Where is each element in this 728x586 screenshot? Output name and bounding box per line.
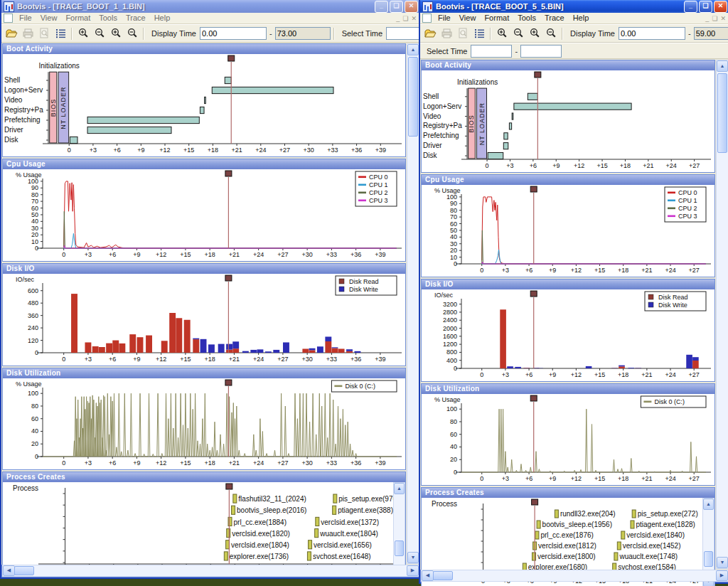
toolbar-separator: [562, 28, 563, 40]
scroll-thumb[interactable]: [704, 551, 713, 567]
zoom-in-sel-icon[interactable]: [527, 26, 542, 41]
menu-item-view[interactable]: View: [455, 13, 481, 23]
zoom-in-time-icon[interactable]: [75, 26, 91, 41]
print-icon[interactable]: [20, 26, 36, 41]
menu-item-file[interactable]: File: [15, 13, 36, 23]
svg-text:0: 0: [62, 356, 65, 363]
scroll-left-arrow-icon[interactable]: ◀: [3, 565, 15, 576]
mdi-close-button[interactable]: ✕: [411, 15, 417, 22]
time-slider-marker[interactable]: [225, 275, 232, 353]
maximize-button[interactable]: ❏: [390, 1, 403, 13]
svg-text:0: 0: [454, 469, 457, 476]
mdi-restore-button[interactable]: ❏: [712, 15, 717, 22]
scroll-down-arrow-icon[interactable]: ▼: [717, 557, 728, 568]
panel-body: 0+3+6+9+12+15+18+21+24+27+30+33+36+39012…: [3, 274, 405, 366]
print-icon[interactable]: [439, 26, 454, 41]
menu-item-tools[interactable]: Tools: [95, 13, 122, 23]
mdi-restore-button[interactable]: ❏: [402, 15, 408, 22]
title-bar[interactable]: Bootvis - [TRACE_BOOT_1_1.BIN]_❏✕: [1, 0, 420, 13]
display-time-to-input[interactable]: [694, 27, 728, 40]
menu-item-trace[interactable]: Trace: [122, 13, 150, 23]
mdi-minimize-button[interactable]: _: [396, 15, 400, 22]
svg-text:flashutil32_11_(2024): flashutil32_11_(2024): [238, 495, 306, 503]
scroll-thumb[interactable]: [717, 73, 727, 153]
menu-item-tools[interactable]: Tools: [513, 13, 540, 23]
window-horizontal-scrollbar[interactable]: ◀▶: [421, 570, 728, 582]
scroll-left-arrow-icon[interactable]: ◀: [422, 570, 434, 581]
time-slider-marker[interactable]: [228, 55, 235, 144]
zoom-in-sel-icon[interactable]: [108, 26, 124, 41]
svg-text:+24: +24: [253, 251, 264, 258]
title-bar[interactable]: Bootvis - [TRACE_BOOT_5_5.BIN]_❏✕: [420, 0, 728, 13]
scroll-up-arrow-icon[interactable]: ▲: [703, 499, 714, 510]
close-button[interactable]: ✕: [714, 1, 727, 13]
svg-text:CPU 1: CPU 1: [369, 181, 388, 188]
menu-item-view[interactable]: View: [36, 13, 62, 23]
scroll-thumb[interactable]: [395, 540, 404, 556]
zoom-out-time-icon[interactable]: [510, 26, 526, 41]
preview-icon[interactable]: [455, 26, 471, 41]
svg-text:+33: +33: [327, 146, 338, 154]
scroll-right-arrow-icon[interactable]: ▶: [716, 570, 728, 581]
scroll-thumb[interactable]: [408, 57, 418, 137]
scroll-down-arrow-icon[interactable]: ▼: [407, 552, 419, 563]
scroll-up-arrow-icon[interactable]: ▲: [394, 483, 405, 494]
zoom-out-sel-icon[interactable]: [543, 26, 559, 41]
menu-item-help[interactable]: Help: [569, 13, 594, 23]
menu-item-format[interactable]: Format: [61, 13, 95, 23]
scroll-right-arrow-icon[interactable]: ▶: [407, 565, 419, 576]
scroll-thumb[interactable]: [433, 571, 453, 580]
minimize-button[interactable]: _: [684, 1, 697, 13]
svg-text:+15: +15: [180, 459, 191, 467]
open-icon[interactable]: [422, 26, 438, 41]
svg-text:800: 800: [446, 348, 457, 356]
time-slider-marker[interactable]: [535, 72, 541, 159]
scroll-thumb[interactable]: [14, 566, 34, 575]
chart-gantt: 0+3+6+9+12+15+18+21+24+27Initializations…: [422, 70, 713, 170]
disk-read-bar: [85, 342, 91, 353]
zoom-out-sel-icon[interactable]: [124, 26, 140, 41]
svg-text:bootvis_sleep.e(1956): bootvis_sleep.e(1956): [542, 521, 612, 528]
select-time-from-input[interactable]: [471, 45, 512, 58]
details-icon[interactable]: [53, 26, 68, 41]
window-vertical-scrollbar[interactable]: ▲▼: [716, 60, 728, 569]
process-event-marker: [617, 542, 621, 550]
svg-text:+3: +3: [506, 162, 513, 169]
svg-text:0: 0: [480, 475, 483, 482]
svg-text:10: 10: [450, 254, 457, 261]
preview-icon[interactable]: [36, 26, 52, 41]
scroll-up-arrow-icon[interactable]: ▲: [717, 60, 728, 72]
svg-text:100: 100: [446, 193, 457, 201]
open-icon[interactable]: [4, 26, 19, 41]
time-slider-marker[interactable]: [225, 171, 232, 248]
menu-item-trace[interactable]: Trace: [540, 13, 569, 23]
window-vertical-scrollbar[interactable]: ▲▼: [407, 43, 419, 564]
zoom-out-time-icon[interactable]: [92, 26, 107, 41]
time-slider-marker[interactable]: [530, 186, 537, 264]
svg-text:+12: +12: [156, 356, 166, 363]
display-time-from-input[interactable]: [619, 27, 685, 40]
maximize-button[interactable]: ❏: [699, 1, 712, 13]
menu-item-help[interactable]: Help: [150, 13, 175, 23]
disk-read-bar: [169, 313, 176, 353]
scroll-up-arrow-icon[interactable]: ▲: [407, 44, 419, 55]
svg-text:+33: +33: [326, 251, 337, 258]
panel-vertical-scrollbar[interactable]: ▲▼: [393, 482, 405, 577]
mdi-minimize-button[interactable]: _: [705, 15, 709, 22]
display-time-from-input[interactable]: [200, 27, 267, 40]
time-slider-marker[interactable]: [530, 291, 537, 368]
svg-text:Registry+Pa: Registry+Pa: [423, 122, 462, 129]
zoom-in-time-icon[interactable]: [494, 26, 510, 41]
select-time-to-input[interactable]: [520, 45, 562, 58]
menu-item-file[interactable]: File: [434, 13, 455, 23]
disk-write-bar: [686, 355, 692, 368]
svg-text:+6: +6: [113, 146, 120, 154]
display-time-to-input[interactable]: [275, 27, 331, 40]
mdi-close-button[interactable]: ✕: [720, 15, 726, 22]
window-horizontal-scrollbar[interactable]: ◀▶: [2, 565, 419, 577]
minimize-button[interactable]: _: [375, 1, 388, 13]
svg-text:explorer.exe(1736): explorer.exe(1736): [230, 553, 289, 560]
details-icon[interactable]: [471, 26, 487, 41]
close-button[interactable]: ✕: [405, 1, 418, 13]
menu-item-format[interactable]: Format: [480, 13, 513, 23]
